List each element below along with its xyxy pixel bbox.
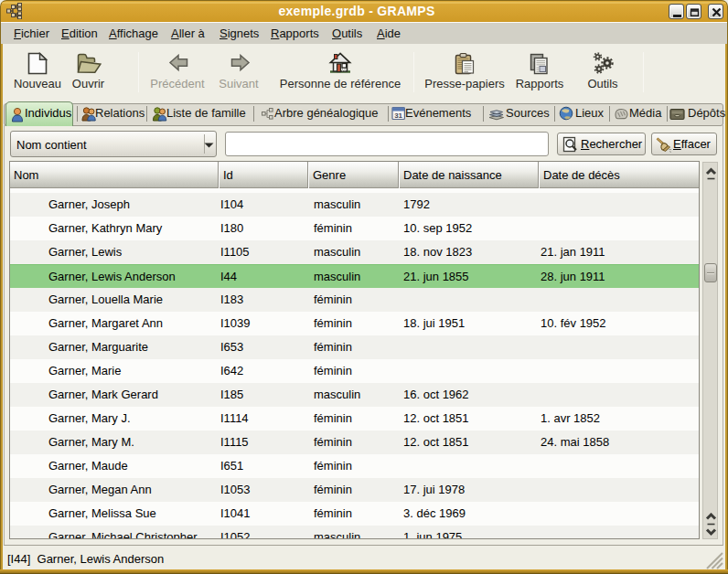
svg-text:31: 31 [394, 112, 402, 120]
